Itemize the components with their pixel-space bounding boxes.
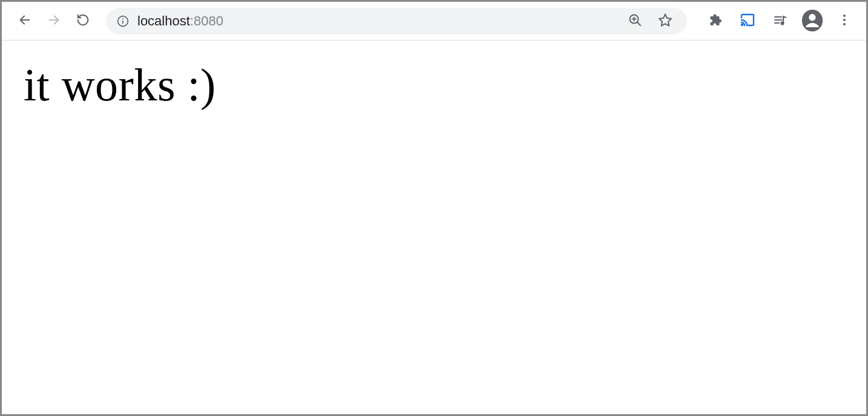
address-bar[interactable]: localhost:8080: [106, 8, 687, 34]
svg-point-10: [741, 24, 743, 25]
menu-button[interactable]: [833, 10, 855, 32]
svg-point-18: [843, 19, 846, 21]
zoom-button[interactable]: [624, 10, 646, 32]
svg-marker-9: [659, 14, 671, 25]
svg-point-19: [843, 23, 846, 25]
arrow-right-icon: [47, 13, 61, 29]
svg-point-14: [781, 22, 784, 24]
star-icon: [658, 13, 672, 30]
reload-button[interactable]: [71, 9, 95, 33]
page-heading: it works :): [24, 59, 844, 111]
url-text: localhost:8080: [137, 13, 223, 29]
zoom-in-icon: [628, 13, 642, 30]
url-port: :8080: [190, 13, 223, 29]
cast-button[interactable]: [737, 10, 758, 32]
reload-icon: [76, 13, 90, 29]
forward-button[interactable]: [42, 9, 66, 33]
avatar-icon: [802, 10, 823, 33]
svg-line-6: [637, 22, 640, 25]
page-content: it works :): [2, 41, 866, 129]
svg-point-17: [843, 15, 846, 17]
bookmark-button[interactable]: [654, 10, 676, 32]
cast-icon: [740, 13, 755, 30]
url-host: localhost: [137, 13, 190, 29]
svg-point-4: [122, 18, 123, 19]
media-playlist-icon: [773, 13, 787, 30]
svg-point-16: [809, 14, 815, 21]
kebab-menu-icon: [837, 13, 852, 30]
arrow-left-icon: [18, 13, 31, 29]
back-button[interactable]: [13, 9, 37, 33]
extensions-button[interactable]: [704, 10, 726, 32]
profile-button[interactable]: [802, 11, 823, 31]
puzzle-icon: [708, 13, 722, 30]
toolbar-right: [698, 10, 855, 32]
site-info-icon[interactable]: [117, 15, 129, 27]
address-bar-actions: [624, 10, 676, 32]
browser-toolbar: localhost:8080: [2, 2, 866, 41]
media-control-button[interactable]: [769, 10, 791, 32]
